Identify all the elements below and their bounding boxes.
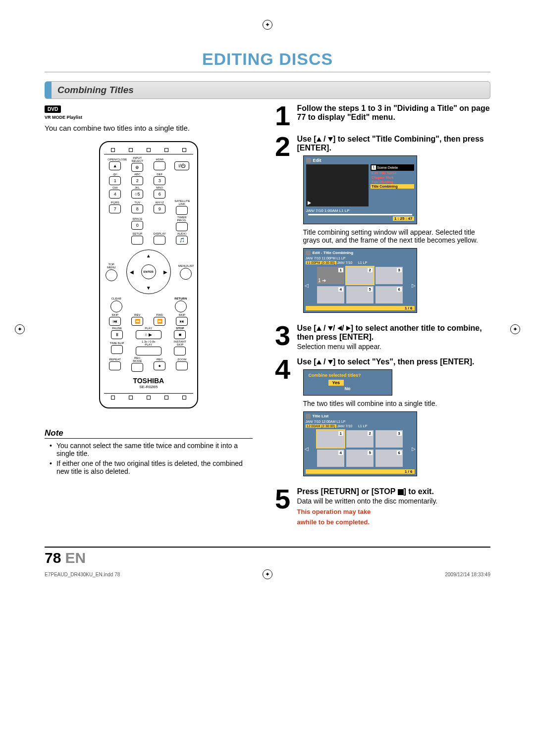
remote-stop: STOP <box>172 327 187 330</box>
osd-progress-bar <box>308 214 412 215</box>
nav-right-icon: ▷ <box>412 282 416 288</box>
right-arrow-icon <box>346 326 351 331</box>
remote-hdmi: HDMI <box>152 158 167 161</box>
down-arrow-icon <box>328 137 333 142</box>
osd-title-list-grid: Title List JAN/ 7/10 12:00AM L1 LP 12:00… <box>303 411 417 476</box>
nav-left-icon: ◁ <box>305 282 309 288</box>
thumb-item: 4 <box>317 286 344 303</box>
osd-menu-selected: Title Combining <box>371 184 414 189</box>
step-number: 4 <box>272 357 293 480</box>
nav-left-icon: ◁ <box>305 446 309 451</box>
title-underline <box>45 72 490 72</box>
down-arrow-icon <box>328 360 333 364</box>
remote-model: SE-R0265 <box>104 385 193 389</box>
thumb-item: 11 ➔ <box>317 267 344 284</box>
step2-instruction: Use [ / ] to select "Title Combining", t… <box>297 135 490 152</box>
thumb-item: 6 <box>375 286 403 303</box>
step-number: 1 <box>272 104 293 128</box>
disc-icon <box>306 251 311 255</box>
step-number: 5 <box>272 487 293 526</box>
osd-edit-menu: Edit 1Scene Delete Edit Title Name Chapt… <box>303 155 417 224</box>
step4-instruction: Use [ / ] to select "Yes", then press [E… <box>297 357 490 366</box>
thumb-item: 3 <box>375 430 403 448</box>
thumb-item: 5 <box>346 286 374 303</box>
thumb-item: 2 <box>346 430 374 448</box>
thumb-item: 4 <box>317 450 344 467</box>
osd-page-indicator: 1 / 6 <box>306 306 415 310</box>
thumb-item: 5 <box>346 450 374 467</box>
registration-mark-right: ✦ <box>510 324 520 334</box>
step3-instruction: Use [ / / / ] to select another title to… <box>297 324 490 342</box>
warning-line2: awhile to be completed. <box>297 518 490 526</box>
remote-return: RETURN <box>173 297 188 300</box>
step5-instruction: Press [RETURN] or [STOP ] to exit. <box>297 487 490 496</box>
remote-satellite-link: SATELLITE LINK <box>174 200 189 205</box>
remote-top-menu: TOP MENU <box>104 263 119 269</box>
imprint-right: 2009/12/14 18:33:49 <box>445 572 490 577</box>
step-number: 3 <box>272 324 293 351</box>
remote-power: I/⏻ <box>174 161 189 170</box>
left-arrow-icon <box>337 326 342 331</box>
step1-instruction: Follow the steps 1 to 3 in "Dividing a T… <box>297 104 490 122</box>
step4-result: The two titles will combine into a singl… <box>303 400 482 407</box>
osd-timestamp: JAN/ 7/10 1:00AM L1 LP <box>306 208 414 213</box>
remote-enter: ENTER <box>141 264 156 279</box>
osd-yes-option: Yes <box>328 380 344 386</box>
intro-text: You can combine two titles into a single… <box>45 124 253 132</box>
section-heading: Combining Titles <box>45 81 490 99</box>
remote-open-close: OPEN/CLOSE <box>107 158 122 161</box>
page-footer: 78 EN <box>45 547 490 566</box>
osd-confirm-prompt: Combine selected titles? Yes No <box>303 369 392 396</box>
page-number: 78 <box>45 550 61 566</box>
remote-timer-prog: TIMER PROG. <box>174 216 189 222</box>
disc-icon <box>306 158 311 163</box>
disc-icon <box>306 414 311 419</box>
remote-input-select: INPUT SELECT <box>130 156 145 162</box>
osd-page-indicator: 1 / 6 <box>306 469 415 474</box>
thumb-item-selected: 1 <box>317 430 344 448</box>
up-arrow-icon <box>317 360 321 364</box>
dvd-rw-icon: DVD <box>45 105 61 113</box>
play-icon <box>308 201 311 205</box>
remote-menu-list: MENU/LIST <box>178 264 193 267</box>
thumb-item: 3 <box>375 267 403 284</box>
dvd-mode-label: VR MODE Playlist <box>45 115 253 120</box>
note-item: If either one of the two original titles… <box>52 459 253 475</box>
registration-mark-left: ✦ <box>15 324 25 334</box>
thumb-item: 6 <box>375 450 403 467</box>
note-item: You cannot select the same title twice a… <box>52 442 253 457</box>
page-lang: EN <box>65 550 86 566</box>
osd-title: Edit <box>313 158 321 163</box>
remote-dpad: ▲ ▼ ◀ ▶ ENTER <box>126 250 171 294</box>
remote-brand: TOSHIBA <box>104 377 193 385</box>
registration-mark-top: ✦ <box>263 20 272 30</box>
nav-right-icon: ▷ <box>412 446 416 451</box>
registration-mark-bottom: ✦ <box>263 569 272 579</box>
step3-result: Selection menu will appear. <box>297 343 490 351</box>
osd-preview <box>306 164 369 206</box>
warning-line1: This operation may take <box>297 508 490 515</box>
note-list: You cannot select the same title twice a… <box>45 442 253 475</box>
up-arrow-icon <box>317 326 321 331</box>
step2-result: Title combining setting window will appe… <box>303 228 482 244</box>
stop-icon <box>398 489 404 495</box>
note-heading: Note <box>45 428 253 439</box>
down-arrow-icon <box>328 326 333 331</box>
step-number: 2 <box>272 135 293 317</box>
step5-result: Data will be written onto the disc momen… <box>297 497 490 505</box>
imprint-left: E7PEAUD_DR430KU_EN.indd 78 <box>45 572 120 577</box>
osd-edit-menu-list: 1Scene Delete Edit Title Name Chapter Ma… <box>371 164 414 208</box>
osd-time: 1 : 25 : 47 <box>393 216 414 221</box>
osd-no-option: No <box>309 386 387 392</box>
dvd-badge: DVD <box>45 104 253 115</box>
up-arrow-icon <box>317 137 321 142</box>
thumb-item-selected: 2 <box>346 267 374 284</box>
osd-title-combining-grid: Edit - Title Combining JAN/ 7/10 11:00PM… <box>303 248 417 313</box>
page-title: EDITING DISCS <box>45 50 490 69</box>
remote-diagram: OPEN/CLOSE▲ INPUT SELECT⊕ HDMI I/⏻ .@/:1… <box>99 141 198 408</box>
